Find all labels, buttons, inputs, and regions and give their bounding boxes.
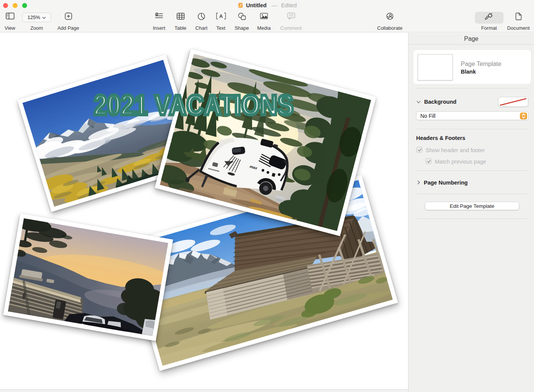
svg-text:A: A: [219, 13, 223, 19]
